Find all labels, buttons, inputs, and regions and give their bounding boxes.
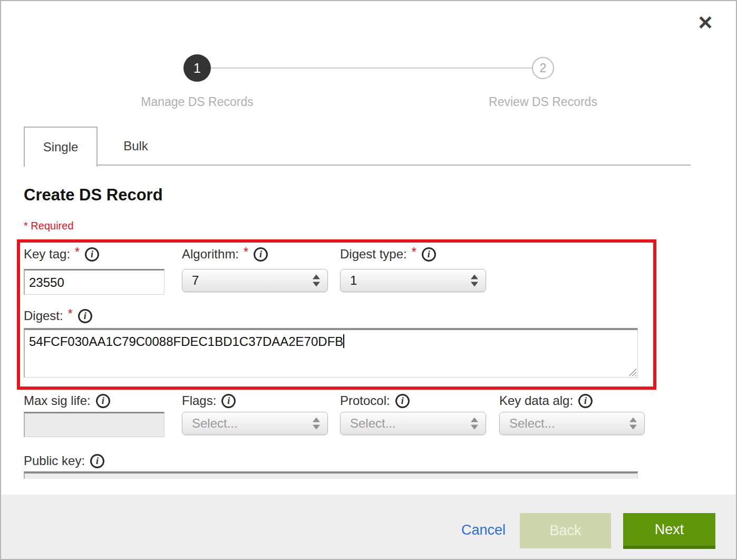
resize-handle-icon[interactable]: [628, 368, 636, 376]
required-note: * Required: [24, 220, 74, 232]
algorithm-label: Algorithm: * i: [182, 247, 268, 262]
select-spinner-icon: [471, 418, 478, 430]
key-data-alg-select[interactable]: Select...: [499, 412, 645, 435]
digest-type-value: 1: [350, 273, 357, 288]
stepper-connector-line: [211, 67, 532, 69]
key-tag-label: Key tag: * i: [24, 247, 99, 262]
info-icon[interactable]: i: [85, 247, 99, 262]
text-cursor: [343, 334, 344, 348]
select-spinner-icon: [313, 275, 320, 287]
digest-value: 54FCF030AA1C79C0088FDEC1BD1C37DAA2E70DFB: [29, 334, 343, 349]
flags-value: Select...: [192, 416, 238, 431]
public-key-textarea[interactable]: [24, 471, 638, 479]
info-icon[interactable]: i: [96, 394, 110, 408]
max-sig-life-label-text: Max sig life:: [24, 393, 91, 408]
select-spinner-icon: [313, 418, 320, 430]
digest-type-select[interactable]: 1: [340, 269, 486, 292]
stepper-step-2-circle: 2: [532, 57, 554, 79]
flags-select[interactable]: Select...: [182, 412, 328, 435]
tab-single[interactable]: Single: [24, 127, 98, 167]
back-button[interactable]: Back: [520, 513, 611, 548]
protocol-select[interactable]: Select...: [340, 412, 486, 435]
info-icon[interactable]: i: [578, 394, 593, 408]
info-icon[interactable]: i: [78, 309, 92, 323]
required-asterisk: *: [412, 245, 416, 259]
digest-type-label-text: Digest type:: [340, 247, 407, 262]
next-button[interactable]: Next: [623, 513, 715, 549]
stepper-step-1-circle: 1: [183, 54, 211, 82]
protocol-label: Protocol: i: [340, 393, 410, 408]
tab-bulk[interactable]: Bulk: [98, 127, 174, 166]
create-ds-record-modal: × 1 2 Manage DS Records Review DS Record…: [0, 0, 737, 560]
cancel-button[interactable]: Cancel: [461, 522, 506, 538]
stepper-step-2-number: 2: [540, 61, 547, 75]
key-tag-value: 23550: [29, 275, 64, 290]
max-sig-life-input[interactable]: [24, 412, 164, 437]
key-tag-input[interactable]: 23550: [24, 269, 164, 295]
stepper-step-2-label: Review DS Records: [459, 95, 627, 109]
close-icon[interactable]: ×: [693, 9, 718, 35]
info-icon[interactable]: i: [254, 247, 268, 262]
algorithm-label-text: Algorithm:: [182, 247, 239, 262]
select-spinner-icon: [629, 418, 637, 430]
required-asterisk: *: [68, 307, 73, 321]
digest-label-text: Digest:: [24, 308, 63, 323]
info-icon[interactable]: i: [422, 247, 436, 262]
info-icon[interactable]: i: [395, 394, 410, 408]
max-sig-life-label: Max sig life: i: [24, 393, 110, 408]
required-asterisk: *: [75, 245, 80, 259]
select-spinner-icon: [471, 275, 478, 287]
key-data-alg-label-text: Key data alg:: [499, 393, 573, 408]
stepper-step-1-number: 1: [193, 61, 201, 76]
key-tag-label-text: Key tag:: [24, 247, 70, 262]
key-data-alg-value: Select...: [509, 416, 555, 431]
public-key-label-text: Public key:: [24, 453, 85, 468]
flags-label: Flags: i: [182, 393, 236, 408]
public-key-label: Public key: i: [24, 453, 104, 468]
digest-label: Digest: * i: [24, 308, 92, 323]
tab-bar-underline: [24, 165, 691, 166]
key-data-alg-label: Key data alg: i: [499, 393, 593, 408]
digest-type-label: Digest type: * i: [340, 247, 436, 262]
digest-textarea[interactable]: 54FCF030AA1C79C0088FDEC1BD1C37DAA2E70DFB: [24, 328, 638, 378]
protocol-value: Select...: [350, 416, 396, 431]
stepper-step-1-label: Manage DS Records: [113, 95, 282, 109]
flags-label-text: Flags:: [182, 393, 216, 408]
protocol-label-text: Protocol:: [340, 393, 390, 408]
algorithm-select[interactable]: 7: [182, 269, 328, 292]
page-title: Create DS Record: [24, 186, 163, 205]
required-asterisk: *: [244, 245, 248, 259]
algorithm-value: 7: [192, 273, 199, 288]
info-icon[interactable]: i: [90, 454, 104, 468]
info-icon[interactable]: i: [221, 394, 236, 408]
